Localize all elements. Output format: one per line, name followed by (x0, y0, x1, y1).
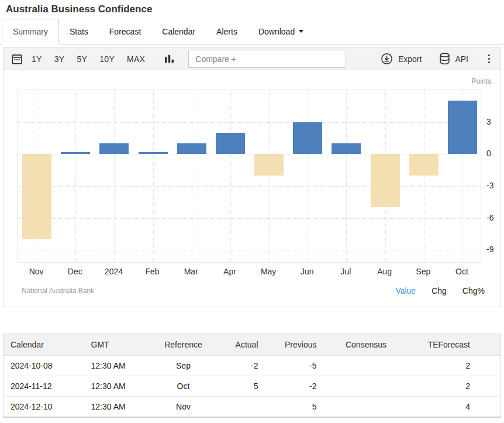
table-cell: 2024-10-08 (4, 356, 84, 376)
database-icon (439, 53, 450, 65)
v-gridline (269, 90, 270, 262)
y-axis-tick: 3 (486, 117, 504, 127)
bar-sep (409, 154, 439, 175)
table-cell: 2 (409, 376, 501, 397)
x-axis-label: May (249, 267, 288, 276)
x-axis-label: Nov (17, 267, 56, 276)
table-cell: 2 (409, 356, 501, 376)
x-axis-label: Dec (56, 267, 94, 276)
tab-download[interactable]: Download (248, 19, 314, 44)
v-gridline (153, 90, 154, 262)
col-header-gmt: GMT (84, 334, 154, 356)
tab-forecast[interactable]: Forecast (99, 19, 151, 44)
bar-may (254, 154, 284, 175)
table-cell: 4 (409, 397, 501, 417)
col-header-previous: Previous (265, 334, 324, 356)
bar-chart-icon (164, 54, 174, 64)
h-gridline (18, 186, 481, 187)
x-axis-label: Feb (133, 267, 172, 276)
export-button[interactable]: Export (380, 52, 422, 66)
bar-dec (61, 152, 90, 154)
v-gridline (424, 90, 424, 262)
range-3y-button[interactable]: 3Y (50, 54, 69, 64)
tab-stats[interactable]: Stats (59, 19, 99, 44)
v-gridline (75, 90, 76, 262)
calendar-icon (11, 53, 23, 66)
x-axis-label: Jul (326, 267, 365, 276)
table-row: 2024-12-1012:30 AMNov54 (4, 397, 501, 417)
table-cell: 5 (265, 397, 324, 417)
range-10y-button[interactable]: 10Y (95, 54, 119, 64)
export-cloud-icon (380, 52, 393, 66)
compare-input[interactable] (188, 50, 346, 68)
tab-alerts[interactable]: Alerts (206, 19, 248, 44)
v-gridline (230, 90, 231, 262)
chart-type-button[interactable] (164, 54, 174, 64)
bar-apr (216, 133, 245, 154)
x-axis-label: Oct (443, 267, 481, 276)
table-cell: -2 (213, 356, 265, 376)
bar-feb (139, 152, 168, 154)
col-header-calendar: Calendar (4, 334, 84, 356)
table-cell: 12:30 AM (84, 376, 154, 397)
calendar-range-button[interactable] (11, 53, 23, 66)
x-axis-label: Jun (288, 267, 326, 276)
plot-area (17, 90, 481, 263)
y-axis-tick: -6 (486, 213, 504, 223)
tab-download-label: Download (258, 27, 295, 36)
h-gridline (18, 250, 481, 250)
table-cell: 5 (213, 376, 265, 397)
bar-mar (177, 143, 206, 154)
bar-aug (371, 154, 400, 207)
bar-2024 (99, 143, 129, 154)
x-axis-label: Sep (404, 267, 443, 276)
range-1y-button[interactable]: 1Y (27, 54, 46, 64)
chart-toolbar: 1Y 3Y 5Y 10Y MAX Export (4, 48, 500, 70)
page-title: Australia Business Confidence (0, 0, 504, 18)
mode-link-chg[interactable]: Chg (431, 286, 447, 295)
table-header-row: Calendar GMT Reference Actual Previous C… (4, 334, 501, 356)
chart-widget: 1Y 3Y 5Y 10Y MAX Export (3, 47, 501, 307)
col-header-consensus: Consensus (324, 334, 409, 356)
col-header-actual: Actual (213, 334, 265, 356)
x-axis-label: Apr (210, 267, 249, 276)
v-gridline (192, 90, 192, 262)
bar-oct (448, 101, 477, 154)
x-axis-label: 2024 (94, 267, 133, 276)
v-gridline (346, 90, 347, 262)
table-cell: 2024-12-10 (4, 397, 84, 417)
tab-calendar[interactable]: Calendar (151, 19, 206, 44)
x-axis-label: Mar (172, 267, 210, 276)
chart-area: Points 30-3-6-9 NovDec2024FebMarAprMayJu… (4, 70, 500, 307)
table-cell: Oct (154, 376, 213, 397)
y-axis-tick: -9 (486, 245, 504, 255)
table-cell: -5 (265, 356, 324, 376)
chart-mode-links: Value Chg Chg% (395, 286, 485, 295)
export-label: Export (398, 54, 422, 64)
y-axis-title: Points (4, 70, 500, 90)
source-attribution: National Australia Bank (22, 287, 94, 295)
kebab-menu-button[interactable] (485, 53, 493, 65)
chart-footer: National Australia Bank Value Chg Chg% (4, 276, 500, 295)
range-max-button[interactable]: MAX (123, 54, 149, 64)
table-cell (324, 376, 409, 397)
y-axis-tick: -3 (486, 181, 504, 191)
h-gridline (18, 122, 481, 123)
mode-link-value[interactable]: Value (395, 286, 416, 295)
table-row: 2024-10-0812:30 AMSep-2-52 (4, 356, 501, 376)
range-5y-button[interactable]: 5Y (73, 54, 91, 64)
mode-link-chgpct[interactable]: Chg% (462, 286, 485, 295)
col-header-teforecast: TEForecast (409, 334, 501, 356)
api-button[interactable]: API (439, 53, 468, 65)
table-cell: 12:30 AM (84, 397, 154, 417)
x-axis-label: Aug (365, 267, 404, 276)
bar-nov (22, 154, 51, 239)
table-cell: 12:30 AM (84, 356, 154, 376)
tab-summary[interactable]: Summary (2, 19, 59, 44)
table-cell: Sep (154, 356, 213, 376)
bar-jul (332, 143, 361, 154)
x-axis: NovDec2024FebMarAprMayJunJulAugSepOct (17, 263, 481, 276)
bar-jun (293, 122, 322, 154)
v-gridline (308, 90, 308, 262)
y-axis-tick: 0 (486, 149, 504, 159)
